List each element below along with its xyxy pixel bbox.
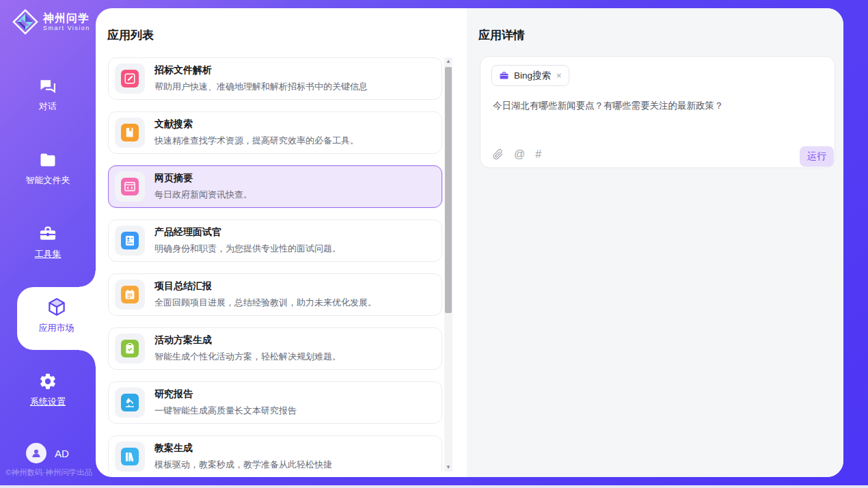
app-card-web-summary[interactable]: 网页摘要 每日政府新闻资讯快查。 (108, 165, 442, 208)
sidebar-item-label: 应用市场 (39, 323, 74, 333)
app-card-project-summary[interactable]: 项目总结汇报 全面回顾项目进展，总结经验教训，助力未来优化发展。 (108, 273, 442, 316)
cube-icon (46, 297, 67, 317)
app-name: 项目总结汇报 (154, 280, 377, 293)
app-icon-tile (115, 226, 145, 256)
user-name: AD (55, 448, 69, 459)
run-button[interactable]: 运行 (800, 146, 834, 167)
app-icon-tile (115, 172, 145, 202)
resume-icon (121, 232, 139, 249)
app-detail-panel: 应用详情 Bing搜索 × 今日湖北有哪些新闻要点？有哪些需要关注的最新政策？ (467, 8, 843, 477)
app-detail-title: 应用详情 (478, 27, 525, 43)
briefcase-icon (499, 70, 509, 81)
app-list-scrollbar[interactable]: ▲ ▼ (444, 57, 452, 472)
bottom-strip (0, 485, 868, 488)
app-icon-tile (115, 118, 145, 148)
sidebar-item-label: 智能文件夹 (26, 175, 70, 185)
app-description: 每日政府新闻资讯快查。 (154, 189, 252, 201)
at-icon[interactable]: @ (514, 148, 525, 161)
browser-code-icon (121, 178, 139, 195)
query-text[interactable]: 今日湖北有哪些新闻要点？有哪些需要关注的最新政策？ (493, 99, 821, 113)
person-icon (30, 447, 42, 459)
app-icon-tile (115, 280, 145, 310)
chip-close-icon[interactable]: × (556, 70, 562, 81)
avatar (26, 443, 46, 463)
sidebar-item-app-market[interactable]: 应用市场 (17, 287, 96, 350)
app-description: 模板驱动，教案秒成，教学准备从此轻松快捷 (154, 459, 332, 471)
notepad-icon (121, 286, 139, 303)
hash-icon[interactable]: # (535, 148, 541, 161)
scrollbar-thumb[interactable] (445, 67, 452, 313)
app-description: 全面回顾项目进展，总结经验教训，助力未来优化发展。 (154, 297, 377, 309)
app-card-bid-analysis[interactable]: 招标文件解析 帮助用户快速、准确地理解和解析招标书中的关键信息 (108, 57, 442, 100)
edit-doc-icon (121, 70, 139, 87)
app-icon-tile (115, 442, 145, 472)
scroll-down-arrow[interactable]: ▼ (444, 463, 452, 472)
brand-subtitle: Smart Vision (43, 25, 90, 31)
tool-chip-bing-search[interactable]: Bing搜索 × (491, 65, 569, 86)
sidebar-item-label: 对话 (39, 101, 57, 111)
sidebar-item-chat[interactable]: 对话 (0, 77, 96, 113)
app-list: 招标文件解析 帮助用户快速、准确地理解和解析招标书中的关键信息 文献搜索 快速精… (108, 57, 443, 472)
app-name: 教案生成 (154, 442, 332, 455)
microscope-icon (121, 394, 139, 411)
app-name: 产品经理面试官 (154, 226, 341, 239)
app-name: 文献搜索 (154, 118, 359, 131)
books-icon (121, 448, 139, 465)
tool-chip-label: Bing搜索 (514, 70, 551, 82)
brand: 神州问学 Smart Vision (12, 9, 90, 35)
sidebar-item-label: 系统设置 (30, 396, 66, 407)
app-list-title: 应用列表 (107, 27, 154, 43)
chat-icon (38, 77, 57, 96)
folder-icon (38, 150, 57, 170)
composer-toolbar: @ # (493, 148, 541, 161)
gear-icon (38, 372, 57, 391)
app-card-lesson-plan[interactable]: 教案生成 模板驱动，教案秒成，教学准备从此轻松快捷 (108, 435, 442, 472)
book-icon (121, 124, 139, 141)
brand-name: 神州问学 (43, 12, 90, 25)
app-card-literature-search[interactable]: 文献搜索 快速精准查找学术资源，提高研究效率的必备工具。 (108, 111, 442, 154)
clipboard-check-icon (121, 340, 139, 357)
app-frame: 神州问学 Smart Vision 对话 智能文件夹 (0, 0, 868, 488)
app-description: 明确身份和职责，为您提供专业性的面试问题。 (154, 243, 341, 255)
app-icon-tile (115, 388, 145, 418)
app-description: 一键智能生成高质量长文本研究报告 (154, 405, 297, 417)
app-card-event-plan[interactable]: 活动方案生成 智能生成个性化活动方案，轻松解决规划难题。 (108, 327, 442, 370)
app-icon-tile (115, 64, 145, 94)
paperclip-icon[interactable] (493, 149, 504, 160)
content-area: 应用列表 招标文件解析 帮助用户快速、准确地理解和解析招标书中的关键信息 (96, 8, 843, 477)
sidebar-item-settings[interactable]: 系统设置 (0, 372, 96, 408)
app-description: 帮助用户快速、准确地理解和解析招标书中的关键信息 (154, 81, 368, 93)
copyright: ©神州数码·神州问学出品 (5, 467, 96, 478)
query-card: Bing搜索 × 今日湖北有哪些新闻要点？有哪些需要关注的最新政策？ @ # (480, 56, 835, 168)
app-icon-tile (115, 334, 145, 364)
toolbox-icon (38, 224, 57, 243)
sidebar-item-label: 工具集 (35, 249, 62, 259)
app-description: 快速精准查找学术资源，提高研究效率的必备工具。 (154, 135, 359, 147)
sidebar-item-smart-folder[interactable]: 智能文件夹 (0, 150, 96, 187)
brand-diamond-icon (12, 9, 38, 35)
sidebar-item-toolset[interactable]: 工具集 (0, 224, 96, 260)
app-description: 智能生成个性化活动方案，轻松解决规划难题。 (154, 351, 341, 363)
app-name: 活动方案生成 (154, 334, 341, 347)
sidebar: 神州问学 Smart Vision 对话 智能文件夹 (0, 0, 96, 485)
app-card-research-report[interactable]: 研究报告 一键智能生成高质量长文本研究报告 (108, 381, 442, 424)
app-name: 招标文件解析 (154, 64, 368, 77)
app-name: 研究报告 (154, 388, 297, 401)
app-name: 网页摘要 (154, 172, 252, 185)
scroll-up-arrow[interactable]: ▲ (444, 57, 452, 66)
app-card-pm-interviewer[interactable]: 产品经理面试官 明确身份和职责，为您提供专业性的面试问题。 (108, 219, 442, 262)
user-menu[interactable]: AD (26, 443, 69, 463)
